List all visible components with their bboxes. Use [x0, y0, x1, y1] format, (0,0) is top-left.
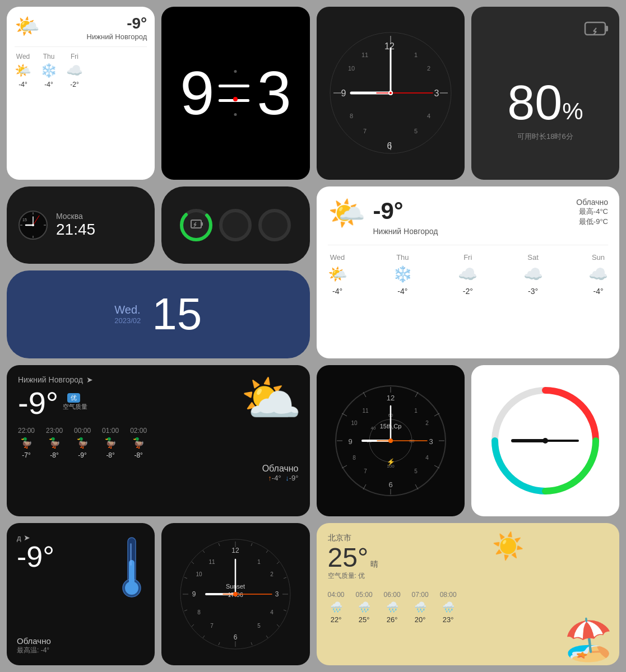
air-label: 空气质量	[63, 403, 87, 411]
clock-dark-widget: 12 3 6 9 1 2 4 5 7 8 10 11 60 80 100 20 …	[317, 365, 465, 517]
beijing-temp-row: 25° 晴	[328, 544, 609, 571]
svg-rect-26	[605, 26, 608, 31]
clock-colorring-widget	[471, 365, 619, 517]
svg-text:7: 7	[363, 128, 367, 134]
battery-percent-value: 80	[507, 78, 562, 127]
date-pill-left: Wed. 2023/02	[114, 304, 141, 325]
weather-small-forecast: Wed 🌤️ -4° Thu ❄️ -4° Fri ☁️ -2°	[15, 46, 147, 88]
weather-small-widget: 🌤️ -9° Нижний Новгород Wed 🌤️ -4° Thu ❄️…	[7, 7, 155, 180]
moscow-city-label: Москва	[56, 212, 95, 221]
moscow-info: Москва 21:45	[56, 212, 95, 239]
battery-percent-display: 80 %	[507, 78, 583, 127]
thermometer-svg	[118, 532, 146, 605]
svg-text:6: 6	[234, 633, 238, 641]
battery-percent-sign: %	[562, 98, 583, 125]
hour-0200: 02:00 🦆 -8°	[130, 427, 147, 459]
date-pill-day: 15	[152, 292, 202, 337]
battery-widget: 80 % 可用时长18时6分	[471, 7, 619, 180]
weather-small-temp: -9°	[87, 15, 147, 32]
svg-text:11: 11	[361, 52, 368, 58]
svg-text:⚡: ⚡	[386, 458, 395, 466]
moscow-clock-widget: 15 Москва 21:45	[7, 186, 155, 264]
weather-det-condition-text: Облачно	[262, 464, 299, 474]
svg-text:2: 2	[425, 420, 429, 426]
beach-scene-icon: 🏖️	[563, 619, 614, 660]
analog-clock-widget: 12 3 6 9 1 2 4 5 7 8 10 11	[317, 7, 465, 180]
svg-text:8: 8	[198, 609, 201, 615]
digital-hour: 9	[180, 62, 214, 124]
beijing-city: 北京市	[328, 533, 609, 543]
air-quality-badge: 优	[67, 393, 80, 403]
thermo-maxtemp: 最高温: -4°	[17, 646, 145, 655]
digital-clock-display: 9 3	[180, 62, 291, 124]
forecast-sat: Sat ☁️ -3°	[523, 253, 543, 296]
weather-large-icon: 🌤️	[328, 198, 365, 228]
forecast-thu: Thu ❄️ -4°	[393, 253, 412, 296]
arrow-down-icon: ↓	[285, 474, 289, 482]
svg-rect-0	[219, 85, 249, 87]
weather-large-high: 最高-4°C	[576, 207, 608, 217]
weather-det-summary: Облачно ↑-4° ↓-9°	[18, 464, 299, 482]
svg-text:9: 9	[192, 590, 196, 598]
svg-rect-99	[130, 543, 132, 566]
analog-clock-face: 12 3 6 9 1 2 4 5 7 8 10 11	[329, 31, 452, 155]
ring-chart-svg-3	[257, 208, 292, 242]
weather-thermo-widget: д ➤ -9° Облачно 最高温: -4°	[7, 523, 155, 665]
moscow-time-display: 21:45	[56, 221, 95, 239]
svg-text:2: 2	[271, 571, 274, 577]
day-temp-fri: -2°	[70, 81, 78, 88]
ring-chart-svg-1	[179, 208, 214, 242]
svg-text:5: 5	[414, 128, 418, 134]
svg-text:8: 8	[350, 113, 353, 119]
svg-text:12: 12	[232, 547, 240, 554]
beijing-hour-0800: 08:00 🌧️ 23°	[440, 591, 457, 624]
date-pill-widget: Wed. 2023/02 15	[7, 270, 310, 358]
weather-large-widget: 🌤️ -9° Нижний Новгород Облачно 最高-4°C 最低…	[317, 186, 620, 358]
hour-2200: 22:00 🦆 -7°	[18, 427, 35, 459]
clock-sunset-widget: 12 3 6 9 1 2 4 5 7 8 10 11 Sunset 17:06	[161, 523, 309, 665]
beijing-weather-widget: ☀️ 🏖️ 北京市 25° 晴 空气质量: 优 04:00 🌧️ 22° 05:…	[317, 523, 620, 665]
day-icon-thu: ❄️	[40, 63, 57, 78]
svg-text:12: 12	[386, 394, 394, 402]
arrow-up-icon: ↑	[268, 474, 272, 482]
svg-text:40: 40	[370, 426, 375, 431]
weather-det-minmax: ↑-4° ↓-9°	[262, 474, 299, 482]
beijing-hour-0600: 06:00 🌧️ 26°	[384, 591, 401, 624]
day-label-fri: Fri	[71, 53, 78, 60]
weather-det-city: Нижний Новгород	[18, 375, 83, 384]
clock-dot-12	[234, 70, 237, 73]
weather-large-low: 最低-9°C	[576, 217, 608, 227]
ring-1	[179, 208, 214, 242]
weather-detailed-widget: Нижний Новгород ➤ -9° 优 空气质量 ⛅ 22:00 🦆 -…	[7, 365, 310, 517]
weather-large-temp: -9°	[373, 198, 438, 225]
svg-text:9: 9	[348, 437, 352, 446]
svg-point-140	[233, 592, 238, 596]
svg-point-48	[260, 211, 289, 240]
ring-chart-svg-2	[218, 208, 253, 242]
weather-forecast-row: Wed 🌤️ -4° Thu ❄️ -4° Fri ☁️ -2° Sat ☁️ …	[328, 245, 609, 296]
svg-point-39	[32, 224, 34, 226]
svg-text:2: 2	[427, 65, 430, 72]
clock-sunset-face: 12 3 6 9 1 2 4 5 7 8 10 11 Sunset 17:06	[179, 538, 291, 650]
svg-point-89	[388, 438, 393, 443]
svg-text:8: 8	[353, 455, 356, 461]
weather-large-details: Облачно 最高-4°C 最低-9°C	[576, 198, 608, 227]
sun-icon-large: ☀️	[492, 531, 524, 561]
hour-0100: 01:00 🦆 -8°	[102, 427, 119, 459]
svg-text:3: 3	[434, 88, 439, 98]
svg-text:7: 7	[211, 623, 214, 629]
svg-text:10: 10	[348, 65, 355, 72]
svg-text:11: 11	[362, 408, 369, 414]
cloud-icon-large: ⛅	[240, 374, 302, 423]
thermo-condition: Облачно	[17, 636, 145, 646]
day-label-thu: Thu	[43, 53, 55, 60]
forecast-sun: Sun ☁️ -4°	[588, 253, 608, 296]
battery-subtitle: 可用时长18时6分	[517, 132, 573, 142]
weather-day-fri: Fri ☁️ -2°	[66, 53, 83, 88]
location-icon: ➤	[86, 375, 93, 384]
moscow-clock-face: 15	[18, 210, 48, 240]
beijing-air: 空气质量: 优	[328, 571, 609, 581]
clock-dark-face: 12 3 6 9 1 2 4 5 7 8 10 11 60 80 100 20 …	[335, 385, 447, 497]
weather-day-wed: Wed 🌤️ -4°	[15, 53, 31, 88]
weather-small-city: Нижний Новгород	[87, 32, 147, 41]
